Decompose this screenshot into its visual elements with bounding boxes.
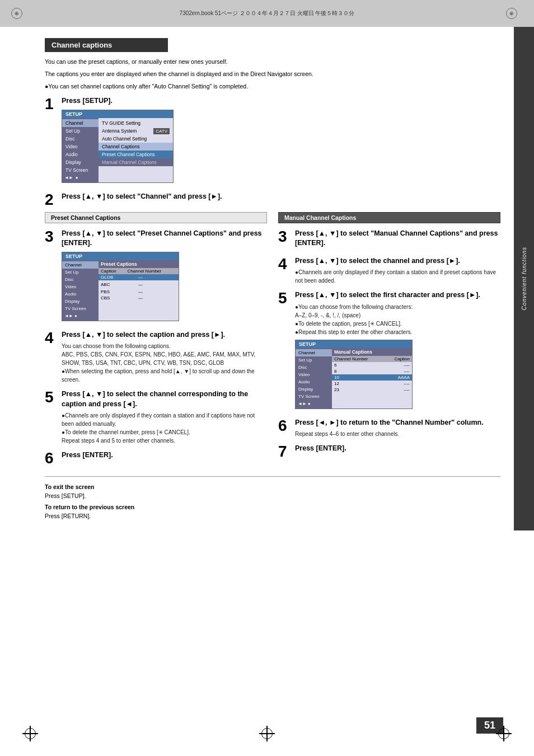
sidebar-label: Convenient functions: [521, 247, 527, 310]
manual-box-header: Manual Channel Captions: [278, 212, 500, 223]
manual-menu-disc: Disc: [296, 364, 332, 371]
footer-divider: [45, 476, 500, 477]
crosshair-circle-br: [498, 728, 509, 739]
preset-step-4-desc3: ●When selecting the caption, press and h…: [62, 367, 267, 384]
manual-step-7-num: 7: [278, 444, 291, 459]
preset-ch-glob: —: [126, 275, 143, 280]
manual-step-6-num: 6: [278, 418, 291, 434]
manual-screen-mockup: SETUP Channel Set Up Disc Video Audio Di…: [295, 340, 413, 409]
preset-step-4-content: Press [▲, ▼] to select the caption and p…: [62, 330, 267, 384]
step-2-content: Press [▲, ▼] to select "Channel" and pre…: [62, 192, 500, 204]
corner-mark-tl: ⊕: [11, 8, 22, 19]
bottom-corners: [0, 711, 534, 756]
main-content: Channel captions You can use the preset …: [0, 27, 534, 532]
manual-step-7: 7 Press [ENTER].: [278, 444, 500, 459]
preset-step-3-num: 3: [45, 229, 57, 245]
section-title: Channel captions: [45, 38, 168, 52]
manual-ch-23: 23: [334, 387, 339, 392]
manual-step-6-title: Press [◄, ►] to return to the "Channel N…: [295, 418, 500, 428]
preset-cap-cbs: CBS: [101, 295, 120, 300]
manual-screen-title: SETUP: [296, 340, 412, 348]
crosshair-circle-bc: [261, 728, 273, 739]
preset-row-glob: GLOB —: [99, 274, 179, 280]
manual-ch-6: 6: [334, 363, 336, 368]
manual-step-5-desc3: ●To delete the caption, press [✳ CANCEL]…: [295, 320, 500, 328]
preset-step-4-desc1: You can choose from the following captio…: [62, 342, 267, 350]
setup-screen-mockup: SETUP Channel Set Up Disc Video Audio Di…: [62, 110, 174, 183]
setup-menu-video: Video: [62, 143, 99, 151]
preset-step-5-desc2: ●To delete the channel number, press [✳ …: [62, 428, 267, 436]
manual-step-4-title: Press [▲, ▼] to select the channel and p…: [295, 256, 500, 266]
manual-step-6-content: Press [◄, ►] to return to the "Channel N…: [295, 418, 500, 439]
manual-step-3-content: Press [▲, ▼] to select "Manual Channel C…: [295, 229, 500, 251]
setup-menu-right: TV GUIDE Setting Antenna System CATV Aut…: [99, 118, 173, 182]
preset-menu-channel: Channel: [62, 261, 99, 269]
manual-menu-tvscreen: TV Screen: [296, 393, 332, 400]
setup-screen-title: SETUP: [62, 110, 173, 118]
preset-row-pbs: PBS —: [99, 289, 179, 295]
preset-step-3-content: Press [▲, ▼] to select "Preset Channel C…: [62, 229, 267, 325]
preset-step-5-desc3: Repeat steps 4 and 5 to enter other chan…: [62, 436, 267, 445]
preset-step-4-num: 4: [45, 330, 57, 346]
footer-exit-label-text: To exit the screen: [45, 483, 95, 490]
crosshair-bottom-right: [496, 726, 512, 741]
preset-col-headers: Caption Channel Number: [99, 268, 179, 274]
preset-screen-left: Channel Set Up Disc Video Audio Display …: [62, 260, 99, 321]
manual-step-4-desc1: ●Channels are only displayed if they con…: [295, 268, 500, 285]
preset-menu-disc: Disc: [62, 276, 99, 283]
sub-antenna: Antenna System CATV: [99, 127, 173, 135]
manual-menu-setup: Set Up: [296, 356, 332, 364]
manual-menu-audio: Audio: [296, 378, 332, 386]
manual-menu-display: Display: [296, 386, 332, 393]
corner-mark-tr: ⊕: [506, 8, 517, 19]
manual-ch-8: 8: [334, 369, 336, 374]
step-1-num: 1: [45, 96, 57, 112]
preset-cap-abc: ABC: [101, 282, 120, 287]
preset-step-3-title: Press [▲, ▼] to select "Preset Channel C…: [62, 229, 267, 248]
footer-return-label: To return to the previous screen: [45, 504, 500, 510]
manual-step-6: 6 Press [◄, ►] to return to the "Channel…: [278, 418, 500, 439]
manual-step-5-title: Press [▲, ▼] to select the first charact…: [295, 290, 500, 300]
preset-step-5-title: Press [▲, ▼] to select the channel corre…: [62, 389, 267, 409]
step-1: 1 Press [SETUP]. SETUP Channel Set Up Di…: [45, 96, 500, 186]
preset-ch-abc: —: [126, 282, 143, 287]
manual-row-10: 10 AAAA: [332, 374, 412, 381]
footer-return-label-text: To return to the previous screen: [45, 504, 134, 510]
sub-preset-captions: Preset Channel Captions: [99, 151, 173, 158]
preset-step-6-content: Press [ENTER].: [62, 450, 267, 463]
manual-step-5-desc1: ●You can choose from the following chara…: [295, 303, 500, 311]
preset-cap-pbs: PBS: [101, 289, 120, 294]
manual-ch-12: 12: [334, 381, 339, 386]
preset-menu-tvscreen: TV Screen: [62, 305, 99, 312]
manual-step-3-title: Press [▲, ▼] to select "Manual Channel C…: [295, 229, 500, 248]
preset-step-6-title: Press [ENTER].: [62, 450, 267, 461]
manual-cap-23: ----: [404, 387, 410, 392]
preset-menu-video: Video: [62, 283, 99, 290]
preset-sub-title: Preset Captions: [99, 260, 179, 268]
preset-row-abc: ABC —: [99, 281, 179, 288]
preset-step-3: 3 Press [▲, ▼] to select "Preset Channel…: [45, 229, 267, 325]
preset-row-cbs: CBS —: [99, 295, 179, 301]
step-1-title: Press [SETUP].: [62, 96, 500, 106]
manual-row-12: 12 ----: [332, 381, 412, 387]
preset-col1: Caption: [101, 269, 116, 274]
manual-step-7-title: Press [ENTER].: [295, 444, 500, 454]
step-2: 2 Press [▲, ▼] to select "Channel" and p…: [45, 192, 500, 208]
preset-ch-cbs: —: [126, 295, 143, 300]
header-bar: ⊕ 7302em.book 51ページ ２００４年４月２７日 火曜日 午後５時３…: [0, 0, 534, 27]
manual-step-3: 3 Press [▲, ▼] to select "Manual Channel…: [278, 229, 500, 251]
manual-cap-12: ----: [404, 381, 410, 386]
preset-col2: Channel Number: [128, 269, 161, 274]
manual-cap-8: ----: [404, 369, 410, 374]
preset-step-5-num: 5: [45, 389, 57, 405]
setup-menu-audio: Audio: [62, 151, 99, 158]
setup-menu-left: Channel Set Up Disc Video Audio Display …: [62, 118, 99, 182]
manual-menu-channel: Channel: [296, 349, 332, 356]
sub-channel-captions: Channel Captions: [99, 143, 173, 151]
manual-step-4-num: 4: [278, 256, 291, 272]
crosshair-bottom-center: [259, 726, 275, 741]
preset-screen-right: Preset Captions Caption Channel Number G…: [99, 260, 179, 321]
sub-manual-captions: Manual Channel Captions: [99, 158, 173, 166]
manual-screen-right: Manual Captions Channel Number Caption 6…: [332, 348, 412, 408]
footer-return-desc: Press [RETURN].: [45, 513, 500, 519]
